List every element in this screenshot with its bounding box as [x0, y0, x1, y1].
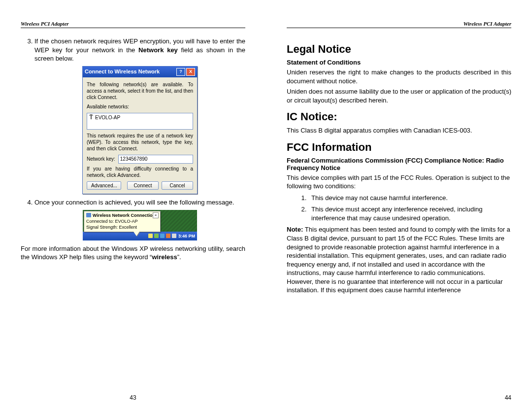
statement-conditions-heading: Statement of Conditions — [287, 59, 511, 66]
network-ssid: EVOLO-AP — [95, 114, 120, 121]
page-number-right: 44 — [287, 394, 511, 401]
ic-paragraph: This Class B digital apparatus complies … — [287, 126, 511, 135]
soc-paragraph-1: Uniden reserves the right to make change… — [287, 68, 511, 85]
balloon-title: Wireless Network Connection — [93, 212, 155, 218]
fcc-conditions-list: This device may not cause harmful interf… — [287, 194, 511, 223]
tray-icon[interactable] — [148, 234, 153, 238]
taskbar: 3:46 PM — [83, 232, 197, 240]
connection-balloon-screenshot: × Wireless Network Connection Connected … — [83, 210, 197, 240]
balloon-line2: Signal Strength: Excellent — [86, 224, 158, 230]
fcc-info-heading: FCC Information — [287, 141, 511, 154]
wireless-icon — [86, 213, 91, 217]
connect-wireless-dialog: Connect to Wireless Network ? X The foll… — [82, 66, 198, 195]
fcc-condition-2: This device must accept any interference… — [308, 205, 511, 222]
netkey-input[interactable]: 1234567890 — [118, 155, 193, 164]
running-header-right: Wireless PCI Adapter — [287, 21, 511, 28]
legal-notice-heading: Legal Notice — [287, 43, 511, 56]
page-number-left: 43 — [21, 394, 245, 401]
ic-notice-heading: IC Notice: — [287, 110, 511, 123]
dialog-body: The following network(s) are available. … — [83, 77, 197, 194]
network-item[interactable]: EVOLO-AP — [89, 114, 191, 121]
page-right: Wireless PCI Adapter Legal Notice Statem… — [266, 0, 532, 411]
fcc-subheading: Federal Communications Commission (FCC) … — [287, 157, 511, 171]
keyword-wireless: wireless — [152, 253, 177, 261]
systray-icons[interactable] — [148, 234, 176, 238]
close-icon[interactable]: X — [186, 68, 195, 76]
netkey-label: Network key: — [87, 156, 115, 163]
wep-note: This network requires the use of a netwo… — [87, 133, 193, 152]
balloon-line1: Connected to: EVOLO-AP — [86, 218, 158, 224]
dialog-titlebar: Connect to Wireless Network ? X — [83, 67, 197, 77]
desktop-area: × Wireless Network Connection Connected … — [83, 210, 197, 232]
note-label: Note: — [287, 226, 305, 233]
available-label: Available networks: — [87, 103, 193, 110]
page-left: Wireless PCI Adapter If the chosen netwo… — [0, 0, 266, 411]
balloon-tooltip: × Wireless Network Connection Connected … — [84, 211, 161, 232]
dialog-intro: The following network(s) are available. … — [87, 81, 193, 101]
soc-paragraph-2: Uniden does not assume liability due to … — [287, 87, 511, 104]
help-icon[interactable]: ? — [176, 68, 185, 76]
advanced-note: If you are having difficulty connecting … — [87, 166, 193, 178]
connect-button[interactable]: Connect — [127, 181, 159, 190]
instruction-list: If the chosen network requires WEP encry… — [21, 37, 245, 240]
fcc-intro: This device complies with part 15 of the… — [287, 173, 511, 191]
fcc-note: Note: This equipment has been tested and… — [287, 225, 511, 294]
cancel-button[interactable]: Cancel — [162, 181, 193, 190]
network-listbox[interactable]: EVOLO-AP — [87, 113, 193, 130]
tray-icon[interactable] — [172, 234, 176, 238]
network-key-label: Network key — [138, 46, 178, 54]
tray-icon[interactable] — [166, 234, 170, 238]
taskbar-clock: 3:46 PM — [178, 233, 195, 239]
step-4: Once your connection is achieved, you wi… — [34, 198, 245, 240]
closing-paragraph: For more information about the Windows X… — [21, 244, 245, 262]
advanced-button[interactable]: Advanced... — [87, 181, 121, 190]
step-3: If the chosen network requires WEP encry… — [34, 37, 245, 194]
running-header-left: Wireless PCI Adapter — [21, 21, 245, 28]
tray-icon[interactable] — [160, 234, 165, 238]
fcc-condition-1: This device may not cause harmful interf… — [308, 194, 511, 203]
tray-icon[interactable] — [154, 234, 159, 238]
balloon-close-icon[interactable]: × — [153, 212, 159, 218]
dialog-title: Connect to Wireless Network — [85, 68, 175, 75]
antenna-icon — [89, 115, 93, 119]
